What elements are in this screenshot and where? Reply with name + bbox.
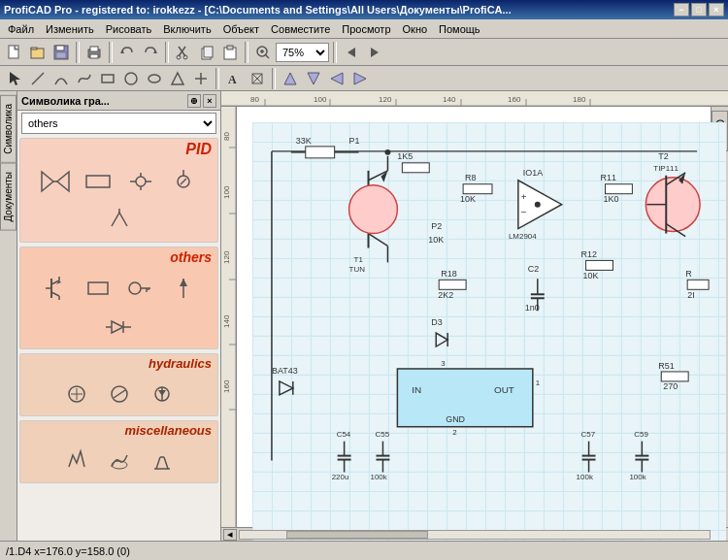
main-toolbar: 75% 100% 50% xyxy=(0,39,728,66)
svg-marker-39 xyxy=(331,73,343,84)
symbol-hyd2[interactable] xyxy=(100,377,139,412)
copy-button[interactable] xyxy=(196,42,217,63)
symbol-hyd3[interactable] xyxy=(143,377,182,412)
symbol-misc3[interactable] xyxy=(143,444,182,478)
symbol-transistor[interactable] xyxy=(36,271,75,306)
pin-tool[interactable] xyxy=(247,68,268,89)
undo-button[interactable] xyxy=(116,42,138,63)
menu-include[interactable]: Включить xyxy=(157,21,216,37)
menu-file[interactable]: Файл xyxy=(2,21,40,37)
panel-pin-button[interactable]: ⊕ xyxy=(187,94,201,108)
print-button[interactable] xyxy=(83,42,105,63)
svg-line-57 xyxy=(51,292,59,296)
select-tool[interactable] xyxy=(4,68,25,89)
arrow2-tool[interactable] xyxy=(303,68,324,89)
category-miscellaneous-label[interactable]: miscellaneous xyxy=(20,421,217,440)
new-button[interactable] xyxy=(4,42,25,63)
category-hydraulics-label[interactable]: hydraulics xyxy=(20,354,217,373)
symbol-misc1[interactable] xyxy=(57,444,96,478)
svg-rect-0 xyxy=(9,46,18,58)
curve-tool[interactable] xyxy=(74,68,95,89)
text-tool[interactable]: A xyxy=(223,68,245,89)
arc-tool[interactable] xyxy=(50,68,72,89)
polygon-tool[interactable] xyxy=(167,68,188,89)
save-button[interactable] xyxy=(50,42,72,63)
symbol-misc2[interactable] xyxy=(100,444,139,478)
svg-text:10K: 10K xyxy=(460,194,476,204)
svg-text:100k: 100k xyxy=(577,473,593,481)
symbol-diode[interactable] xyxy=(100,310,139,345)
symbol-rectangle[interactable] xyxy=(79,271,117,306)
symbol-sensor1[interactable] xyxy=(121,164,160,199)
rect-tool[interactable] xyxy=(97,68,118,89)
svg-text:R: R xyxy=(685,269,692,279)
symbol-arrow-up[interactable] xyxy=(164,271,203,306)
svg-rect-16 xyxy=(204,47,213,57)
menu-help[interactable]: Помощь xyxy=(433,21,486,37)
sep7 xyxy=(272,68,276,89)
zoom-select[interactable]: 75% 100% 50% xyxy=(276,43,329,62)
menu-window[interactable]: Окно xyxy=(397,21,434,37)
line-tool[interactable] xyxy=(27,68,49,89)
svg-rect-128 xyxy=(402,163,429,173)
svg-text:2: 2 xyxy=(452,428,457,437)
category-pid-label[interactable]: PID xyxy=(20,139,217,160)
svg-rect-5 xyxy=(56,52,66,58)
menu-edit[interactable]: Изменить xyxy=(40,21,100,37)
svg-text:3: 3 xyxy=(441,359,446,368)
circle-tool[interactable] xyxy=(120,68,142,89)
maximize-button[interactable]: □ xyxy=(691,3,707,16)
svg-text:100: 100 xyxy=(222,185,231,199)
symbol-hyd1[interactable] xyxy=(57,377,96,412)
close-button[interactable]: × xyxy=(709,3,724,16)
arrow1-tool[interactable] xyxy=(280,68,301,89)
canvas-body: 80 100 120 140 160 xyxy=(221,107,728,527)
svg-text:100k: 100k xyxy=(629,473,645,481)
panel-close-button[interactable]: × xyxy=(203,94,216,108)
canvas-drawing[interactable]: 33K P1 xyxy=(252,122,726,541)
ellipse-tool[interactable] xyxy=(144,68,165,89)
menu-draw[interactable]: Рисовать xyxy=(100,21,158,37)
svg-text:R11: R11 xyxy=(601,173,616,182)
arrow3-tool[interactable] xyxy=(326,68,347,89)
symbol-key[interactable] xyxy=(121,271,160,306)
paste-button[interactable] xyxy=(219,42,241,63)
minimize-button[interactable]: − xyxy=(674,3,689,16)
svg-text:80: 80 xyxy=(222,132,231,141)
cross-tool[interactable] xyxy=(190,68,212,89)
scroll-left-button[interactable]: ◂ xyxy=(223,529,237,541)
menu-view[interactable]: Просмотр xyxy=(336,21,396,37)
cut-button[interactable] xyxy=(173,42,194,63)
scroll-track-h[interactable] xyxy=(239,530,711,540)
tab-symbolika[interactable]: Символика xyxy=(0,95,17,163)
symbol-category-dropdown[interactable]: others xyxy=(21,113,216,134)
symbol-sensor2[interactable] xyxy=(164,164,203,199)
svg-point-29 xyxy=(149,75,160,82)
open-button[interactable] xyxy=(27,42,49,63)
nav-left[interactable] xyxy=(341,42,362,63)
canvas-area[interactable]: 80 100 120 140 160 180 xyxy=(221,91,728,541)
scroll-thumb-h[interactable] xyxy=(286,531,427,539)
svg-marker-23 xyxy=(347,48,355,57)
menu-combine[interactable]: Совместите xyxy=(265,21,336,37)
zoom-in-button[interactable] xyxy=(252,42,274,63)
svg-text:1K0: 1K0 xyxy=(604,194,619,204)
tab-documents[interactable]: Документы xyxy=(0,163,17,231)
symbol-valve2[interactable] xyxy=(79,164,117,199)
horizontal-scrollbar[interactable]: ◂ ▸ xyxy=(221,527,728,541)
svg-point-206 xyxy=(535,202,541,208)
svg-point-28 xyxy=(125,73,137,84)
arrow4-tool[interactable] xyxy=(349,68,371,89)
redo-button[interactable] xyxy=(140,42,161,63)
symbol-panel-title: Символика гра... xyxy=(21,95,110,107)
menu-object[interactable]: Объект xyxy=(217,21,265,37)
symbol-valve1[interactable] xyxy=(36,164,75,199)
nav-right[interactable] xyxy=(364,42,385,63)
svg-rect-138 xyxy=(606,184,633,194)
svg-marker-79 xyxy=(158,390,166,396)
category-others-label[interactable]: others xyxy=(20,247,217,267)
svg-rect-2 xyxy=(31,48,37,49)
symbol-sensor3[interactable] xyxy=(100,203,139,238)
svg-marker-68 xyxy=(112,321,123,333)
category-hydraulics: hydraulics xyxy=(19,353,218,416)
